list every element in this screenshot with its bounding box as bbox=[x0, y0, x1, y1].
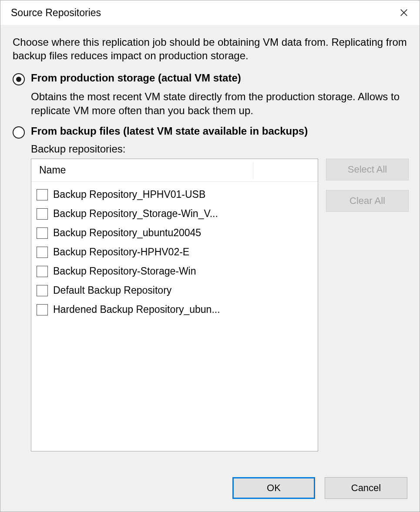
backup-repositories-label: Backup repositories: bbox=[31, 143, 407, 155]
checkbox[interactable] bbox=[37, 304, 48, 315]
list-item-label: Backup Repository_ubuntu20045 bbox=[53, 227, 201, 239]
option-production[interactable]: From production storage (actual VM state… bbox=[13, 72, 407, 85]
select-all-button[interactable]: Select All bbox=[326, 159, 409, 180]
checkbox[interactable] bbox=[37, 189, 48, 200]
option-backup-label: From backup files (latest VM state avail… bbox=[31, 125, 308, 137]
repo-area: Name Backup Repository_HPHV01-USB Backup… bbox=[31, 159, 407, 473]
list-item-label: Backup Repository-Storage-Win bbox=[53, 265, 196, 277]
checkbox[interactable] bbox=[37, 266, 48, 277]
titlebar: Source Repositories bbox=[0, 0, 420, 25]
checkbox[interactable] bbox=[37, 285, 48, 296]
dialog-title: Source Repositories bbox=[11, 7, 395, 19]
radio-backup[interactable] bbox=[13, 126, 25, 139]
side-buttons: Select All Clear All bbox=[326, 159, 409, 473]
list-item[interactable]: Backup Repository_HPHV01-USB bbox=[31, 185, 318, 204]
list-item-label: Backup Repository_HPHV01-USB bbox=[53, 189, 205, 200]
list-item-label: Hardened Backup Repository_ubun... bbox=[53, 304, 220, 315]
column-header-name: Name bbox=[39, 164, 66, 176]
checkbox[interactable] bbox=[37, 208, 48, 220]
dialog-footer: OK Cancel bbox=[0, 473, 420, 512]
repo-list-header[interactable]: Name bbox=[31, 159, 318, 182]
list-item[interactable]: Backup Repository_Storage-Win_V... bbox=[31, 204, 318, 224]
repo-list: Name Backup Repository_HPHV01-USB Backup… bbox=[31, 159, 318, 451]
list-item[interactable]: Default Backup Repository bbox=[31, 281, 318, 300]
close-button[interactable] bbox=[395, 4, 413, 21]
option-production-desc: Obtains the most recent VM state directl… bbox=[31, 90, 407, 117]
list-item-label: Default Backup Repository bbox=[53, 285, 171, 296]
close-icon bbox=[399, 8, 409, 17]
repo-items: Backup Repository_HPHV01-USB Backup Repo… bbox=[31, 182, 318, 451]
checkbox[interactable] bbox=[37, 227, 48, 239]
clear-all-button[interactable]: Clear All bbox=[326, 190, 409, 212]
list-item-label: Backup Repository_Storage-Win_V... bbox=[53, 208, 218, 220]
list-item[interactable]: Hardened Backup Repository_ubun... bbox=[31, 300, 318, 319]
source-repositories-dialog: Source Repositories Choose where this re… bbox=[0, 0, 420, 512]
ok-button[interactable]: OK bbox=[232, 477, 315, 499]
checkbox[interactable] bbox=[37, 247, 48, 258]
dialog-content: Choose where this replication job should… bbox=[0, 25, 420, 473]
option-production-label: From production storage (actual VM state… bbox=[31, 72, 241, 84]
list-item-label: Backup Repository-HPHV02-E bbox=[53, 246, 189, 258]
list-item[interactable]: Backup Repository-HPHV02-E bbox=[31, 243, 318, 262]
intro-text: Choose where this replication job should… bbox=[13, 35, 407, 62]
option-backup[interactable]: From backup files (latest VM state avail… bbox=[13, 125, 407, 139]
radio-production[interactable] bbox=[13, 73, 25, 85]
list-item[interactable]: Backup Repository_ubuntu20045 bbox=[31, 224, 318, 243]
cancel-button[interactable]: Cancel bbox=[325, 477, 407, 499]
list-item[interactable]: Backup Repository-Storage-Win bbox=[31, 262, 318, 281]
